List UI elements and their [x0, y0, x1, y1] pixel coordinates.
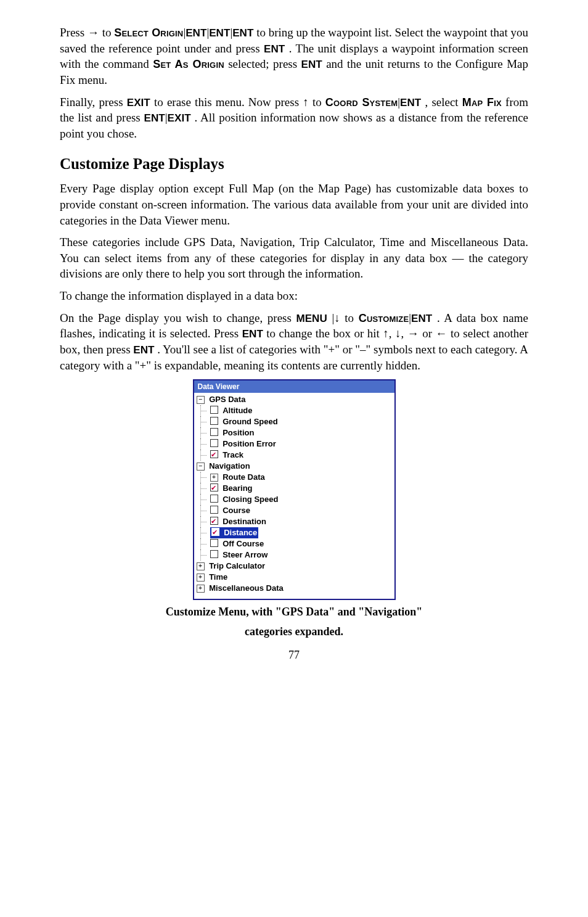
key-exit-2: EXIT	[168, 112, 191, 124]
checkbox-checked-icon[interactable]	[210, 517, 218, 525]
tree-node-time[interactable]: + Time	[194, 572, 394, 583]
minus-icon[interactable]: −	[197, 396, 205, 404]
tree-label: Steer Arrow	[223, 550, 267, 559]
paragraph-2: Finally, press EXIT to erase this menu. …	[60, 94, 528, 142]
tree-label: Course	[223, 506, 250, 515]
tree-label: Trip Calculator	[209, 561, 265, 570]
tree-node-steer-arrow[interactable]: Steer Arrow	[194, 549, 394, 561]
tree-node-trip-calculator[interactable]: + Trip Calculator	[194, 561, 394, 572]
paragraph-1: Press → to Select Origin|ENT|ENT|ENT to …	[60, 25, 528, 88]
key-menu: MENU	[296, 313, 327, 324]
checkbox-icon[interactable]	[210, 406, 218, 414]
key-ent-8: ENT	[411, 313, 432, 324]
key-map-fix: Map Fix	[462, 96, 502, 109]
key-ent-3: ENT	[232, 27, 253, 39]
page-number: 77	[60, 648, 528, 662]
tree-node-bearing[interactable]: Bearing	[194, 483, 394, 494]
data-viewer-tree: − GPS Data Altitude Ground Speed Positio…	[194, 393, 394, 599]
p2-text-d: , select	[425, 96, 462, 109]
data-viewer-container: Data Viewer − GPS Data Altitude Ground S…	[60, 379, 528, 600]
tree-label: Time	[209, 572, 227, 582]
key-ent-6: ENT	[400, 97, 421, 109]
key-coord-system: Coord System	[325, 96, 398, 109]
tree-label: Position Error	[223, 439, 276, 448]
paragraph-6: On the Page display you wish to change, …	[60, 310, 528, 374]
paragraph-5: To change the information displayed in a…	[60, 288, 528, 304]
heading-customize-page-displays: Customize Page Displays	[60, 154, 528, 175]
key-select-origin: Select Origin	[114, 27, 183, 39]
key-ent-2: ENT	[209, 27, 230, 39]
tree-node-off-course[interactable]: Off Course	[194, 538, 394, 549]
tree-label: Altitude	[223, 406, 252, 415]
paragraph-4: These categories include GPS Data, Navig…	[60, 234, 528, 282]
key-ent-5: ENT	[301, 59, 322, 70]
checkbox-icon[interactable]	[210, 417, 218, 425]
checkbox-icon[interactable]	[210, 550, 218, 558]
tree-label: Destination	[223, 517, 266, 526]
tree-label: Position	[223, 428, 254, 437]
figure-caption-line2: categories expanded.	[60, 625, 528, 639]
p6-text-b: |↓ to	[332, 311, 358, 324]
tree-node-track[interactable]: Track	[194, 450, 394, 461]
checkbox-checked-icon[interactable]	[210, 483, 218, 491]
key-exit-1: EXIT	[127, 97, 150, 109]
key-ent-10: ENT	[133, 344, 154, 356]
p1-text-g: selected; press	[228, 57, 301, 70]
plus-icon[interactable]: +	[197, 585, 205, 593]
paragraph-3: Every Page display option except Full Ma…	[60, 181, 528, 228]
tree-label: Closing Speed	[223, 495, 278, 504]
tree-node-altitude[interactable]: Altitude	[194, 405, 394, 416]
checkbox-icon[interactable]	[210, 428, 218, 436]
tree-label: Track	[223, 450, 243, 459]
tree-node-destination[interactable]: Destination	[194, 516, 394, 527]
tree-node-route-data[interactable]: + Route Data	[194, 472, 394, 483]
tree-label: Miscellaneous Data	[209, 583, 284, 593]
key-ent-1: ENT	[186, 27, 206, 39]
key-set-as-origin: Set As Origin	[153, 58, 224, 70]
tree-label: Ground Speed	[223, 417, 278, 426]
p2-text-b: to erase this menu. Now press ↑ to	[154, 96, 325, 109]
minus-icon[interactable]: −	[197, 463, 205, 471]
checkbox-checked-icon[interactable]	[210, 450, 218, 458]
tree-node-distance[interactable]: Distance	[194, 527, 394, 538]
checkbox-icon[interactable]	[210, 439, 218, 447]
tree-label: Navigation	[209, 461, 250, 471]
data-viewer-window: Data Viewer − GPS Data Altitude Ground S…	[193, 379, 396, 600]
tree-node-ground-speed[interactable]: Ground Speed	[194, 416, 394, 427]
data-viewer-title: Data Viewer	[194, 380, 394, 393]
key-ent-9: ENT	[242, 328, 263, 340]
checkbox-icon[interactable]	[210, 506, 218, 514]
tree-label: Route Data	[223, 472, 265, 482]
tree-label: GPS Data	[209, 395, 245, 404]
key-ent-4: ENT	[264, 43, 285, 55]
plus-icon[interactable]: +	[210, 474, 218, 482]
p1-text-a: Press → to	[60, 26, 114, 39]
p2-text-a: Finally, press	[60, 96, 127, 109]
tree-label: Bearing	[223, 483, 252, 493]
tree-node-closing-speed[interactable]: Closing Speed	[194, 494, 394, 505]
checkbox-icon[interactable]	[210, 539, 218, 547]
figure-caption-line1: Customize Menu, with "GPS Data" and "Nav…	[60, 605, 528, 619]
tree-node-gps-data[interactable]: − GPS Data	[194, 394, 394, 405]
tree-label: Distance	[224, 528, 257, 537]
plus-icon[interactable]: +	[197, 562, 205, 570]
tree-node-miscellaneous-data[interactable]: + Miscellaneous Data	[194, 583, 394, 594]
tree-label: Off Course	[223, 539, 264, 548]
p6-text-a: On the Page display you wish to change, …	[60, 311, 296, 324]
key-ent-7: ENT	[144, 112, 165, 124]
key-customize: Customize	[359, 312, 409, 324]
checkbox-checked-icon[interactable]	[211, 528, 219, 536]
tree-node-position[interactable]: Position	[194, 427, 394, 438]
tree-node-position-error[interactable]: Position Error	[194, 438, 394, 450]
checkbox-icon[interactable]	[210, 495, 218, 503]
tree-node-navigation[interactable]: − Navigation	[194, 461, 394, 472]
tree-node-course[interactable]: Course	[194, 505, 394, 516]
plus-icon[interactable]: +	[197, 574, 205, 582]
